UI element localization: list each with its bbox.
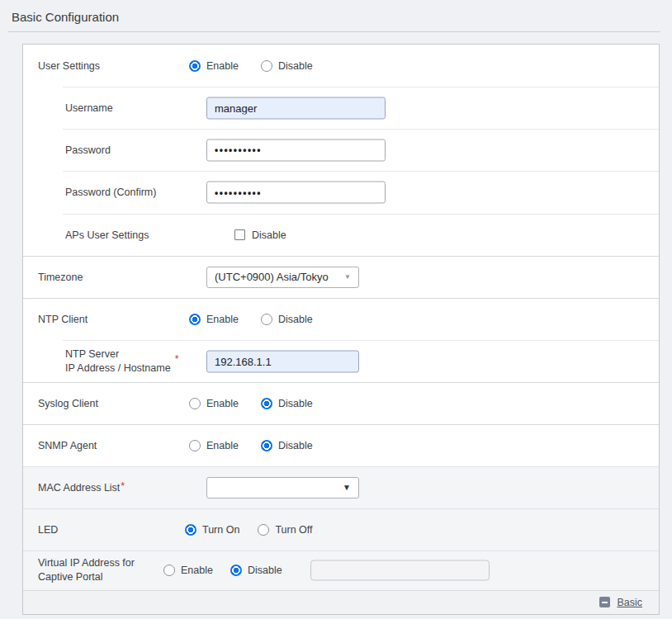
virtual-ip-label: Virtual IP Address for Captive Portal: [38, 556, 135, 584]
option-label: Turn Off: [275, 524, 312, 536]
mac-address-list-select[interactable]: ▼: [206, 477, 359, 499]
radio-checked-icon: [185, 524, 196, 536]
option-label: Enable: [206, 398, 239, 409]
user-settings-disable-option[interactable]: Disable: [261, 60, 313, 72]
row-ntp-client: NTP Client Enable Disable: [23, 298, 659, 340]
ntp-client-radio-group: Enable Disable: [189, 314, 313, 325]
page-title: Basic Configuration: [12, 10, 119, 24]
option-label: Disable: [278, 314, 313, 325]
virtual-ip-input: [310, 560, 490, 581]
led-turn-off-option[interactable]: Turn Off: [258, 524, 312, 536]
row-mac-address-list: MAC Address List * ▼: [23, 466, 659, 508]
user-settings-radio-group: Enable Disable: [189, 60, 313, 72]
aps-user-settings-checkbox-option[interactable]: Disable: [234, 229, 286, 241]
basic-configuration-panel: User Settings Enable Disable Username Pa…: [22, 44, 660, 615]
row-password-confirm: Password (Confirm): [23, 171, 659, 214]
virtual-ip-enable-option[interactable]: Enable: [163, 565, 213, 576]
virtual-ip-label-lines: Virtual IP Address for Captive Portal: [38, 556, 135, 584]
row-syslog-client: Syslog Client Enable Disable: [23, 382, 659, 424]
ntp-server-label-lines: NTP Server IP Address / Hostname: [65, 347, 171, 376]
mac-address-list-label: MAC Address List *: [38, 480, 125, 494]
snmp-agent-disable-option[interactable]: Disable: [261, 440, 313, 451]
password-input[interactable]: [206, 139, 386, 161]
radio-unchecked-icon: [189, 398, 201, 409]
radio-unchecked-icon: [258, 524, 269, 536]
password-label: Password: [65, 143, 111, 157]
led-turn-on-option[interactable]: Turn On: [185, 524, 239, 536]
led-label: LED: [38, 522, 58, 536]
option-label: Disable: [278, 398, 313, 409]
radio-checked-icon: [230, 565, 242, 576]
snmp-agent-radio-group: Enable Disable: [189, 440, 313, 451]
snmp-agent-enable-option[interactable]: Enable: [189, 440, 239, 451]
ntp-client-enable-option[interactable]: Enable: [189, 314, 239, 325]
aps-user-settings-label: APs User Settings: [65, 228, 149, 242]
timezone-selected-value: (UTC+0900) Asia/Tokyo: [215, 271, 329, 283]
option-label: Turn On: [202, 524, 239, 536]
title-divider: [8, 31, 660, 32]
checkbox-unchecked-icon: [234, 229, 245, 240]
radio-unchecked-icon: [189, 440, 201, 451]
required-asterisk: *: [175, 352, 179, 366]
option-label: Enable: [206, 440, 239, 451]
option-label: Enable: [206, 314, 239, 325]
option-label: Enable: [206, 60, 239, 72]
row-password: Password: [23, 129, 659, 171]
row-timezone: Timezone (UTC+0900) Asia/Tokyo ▼: [23, 256, 659, 298]
radio-checked-icon: [261, 398, 272, 409]
required-asterisk: *: [121, 479, 125, 493]
collapse-minus-icon[interactable]: [599, 597, 610, 607]
radio-checked-icon: [189, 314, 201, 325]
timezone-label: Timezone: [38, 270, 83, 284]
virtual-ip-disable-option[interactable]: Disable: [230, 565, 282, 576]
minus-bar: [602, 602, 608, 603]
username-input[interactable]: [206, 97, 386, 119]
panel-footer: Basic: [23, 590, 659, 614]
syslog-client-label: Syslog Client: [38, 396, 98, 410]
chevron-down-icon: ▼: [343, 484, 351, 492]
snmp-agent-label: SNMP Agent: [38, 438, 97, 452]
row-username: Username: [23, 87, 659, 129]
row-virtual-ip: Virtual IP Address for Captive Portal En…: [23, 550, 659, 590]
user-settings-label: User Settings: [38, 59, 100, 73]
username-label: Username: [65, 101, 113, 115]
radio-unchecked-icon: [163, 565, 175, 576]
syslog-client-disable-option[interactable]: Disable: [261, 398, 313, 409]
option-label: Disable: [278, 60, 313, 72]
syslog-client-enable-option[interactable]: Enable: [189, 398, 239, 409]
radio-checked-icon: [189, 60, 201, 72]
virtual-ip-radio-group: Enable Disable: [163, 565, 282, 576]
ntp-client-label: NTP Client: [38, 312, 88, 326]
radio-unchecked-icon: [261, 60, 272, 72]
radio-checked-icon: [261, 440, 272, 451]
option-label: Disable: [278, 440, 313, 451]
password-confirm-input[interactable]: [206, 182, 386, 204]
row-aps-user-settings: APs User Settings Disable: [23, 214, 659, 256]
password-confirm-label: Password (Confirm): [65, 186, 156, 200]
checkbox-label: Disable: [252, 229, 286, 241]
user-settings-enable-option[interactable]: Enable: [189, 60, 239, 72]
radio-unchecked-icon: [261, 314, 272, 325]
row-user-settings: User Settings Enable Disable: [23, 45, 659, 87]
row-ntp-server: NTP Server IP Address / Hostname *: [23, 340, 659, 382]
basic-section-link[interactable]: Basic: [617, 597, 642, 608]
option-label: Disable: [248, 565, 282, 576]
syslog-client-radio-group: Enable Disable: [189, 398, 313, 409]
led-radio-group: Turn On Turn Off: [185, 524, 313, 536]
ntp-client-disable-option[interactable]: Disable: [261, 314, 313, 325]
timezone-select[interactable]: (UTC+0900) Asia/Tokyo ▼: [206, 267, 359, 288]
chevron-down-icon: ▼: [344, 274, 351, 281]
row-led: LED Turn On Turn Off: [23, 508, 659, 550]
row-snmp-agent: SNMP Agent Enable Disable: [23, 424, 659, 466]
option-label: Enable: [181, 565, 213, 576]
ntp-server-label: NTP Server IP Address / Hostname *: [65, 347, 179, 376]
ntp-server-input[interactable]: [206, 350, 359, 372]
